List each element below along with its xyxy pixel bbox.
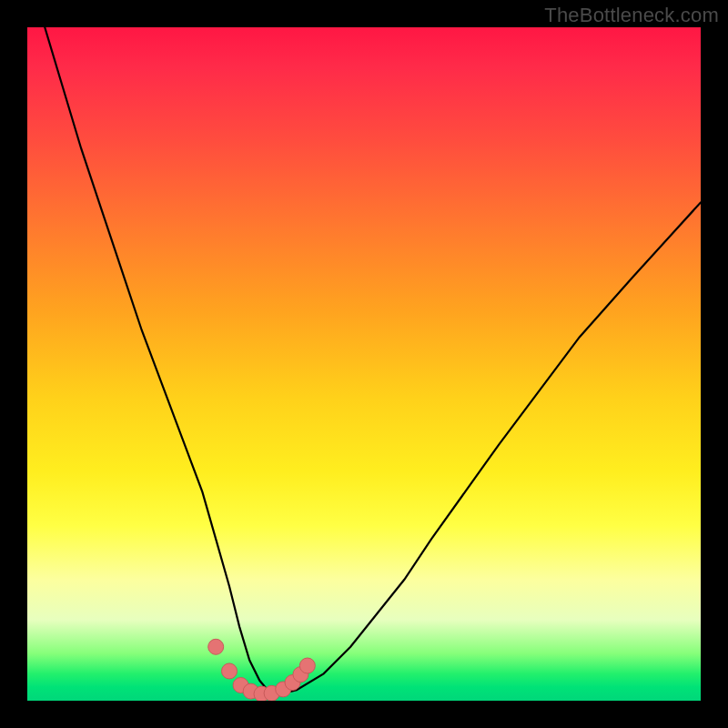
chart-svg (27, 27, 701, 701)
marker-point (222, 663, 238, 679)
outer-frame: TheBottleneck.com (0, 0, 728, 728)
watermark-text: TheBottleneck.com (544, 4, 719, 27)
bottleneck-curve (41, 27, 701, 693)
marker-point (299, 658, 315, 673)
marker-point (208, 639, 224, 654)
plot-area (27, 27, 701, 701)
marker-group (208, 639, 316, 701)
